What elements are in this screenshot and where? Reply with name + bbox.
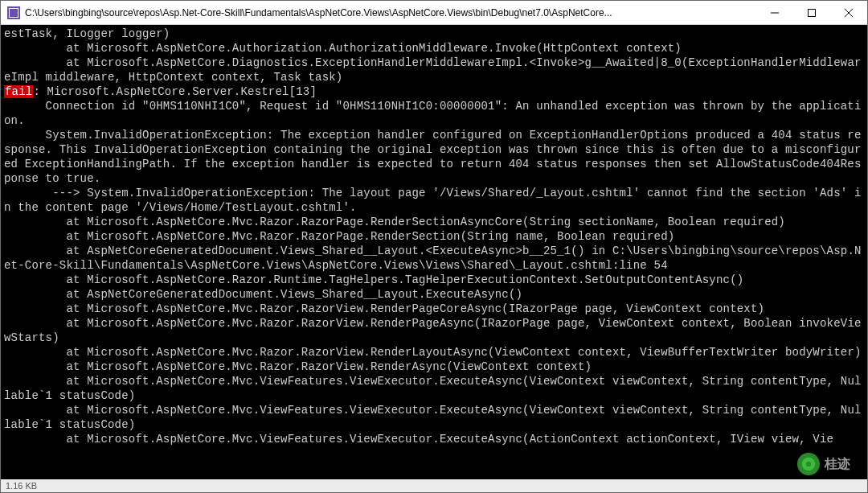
status-size: 1.16 KB bbox=[6, 481, 37, 491]
console-output[interactable]: estTask, ILogger logger) at Microsoft.As… bbox=[1, 25, 867, 479]
window-title: C:\Users\bingbing\source\repos\Asp.Net-C… bbox=[25, 7, 612, 18]
titlebar[interactable]: C:\Users\bingbing\source\repos\Asp.Net-C… bbox=[1, 1, 867, 25]
svg-rect-1 bbox=[809, 9, 816, 16]
watermark-text: 桂迹 bbox=[825, 456, 850, 473]
app-icon bbox=[7, 6, 20, 19]
console-window: C:\Users\bingbing\source\repos\Asp.Net-C… bbox=[0, 0, 868, 493]
close-button[interactable] bbox=[830, 1, 867, 24]
minimize-button[interactable] bbox=[756, 1, 793, 24]
window-controls bbox=[756, 1, 867, 24]
status-bar: 1.16 KB bbox=[1, 479, 867, 492]
watermark: 桂迹 bbox=[797, 453, 850, 475]
maximize-button[interactable] bbox=[793, 1, 830, 24]
wechat-icon bbox=[797, 453, 820, 475]
fail-tag: fail bbox=[4, 85, 33, 98]
